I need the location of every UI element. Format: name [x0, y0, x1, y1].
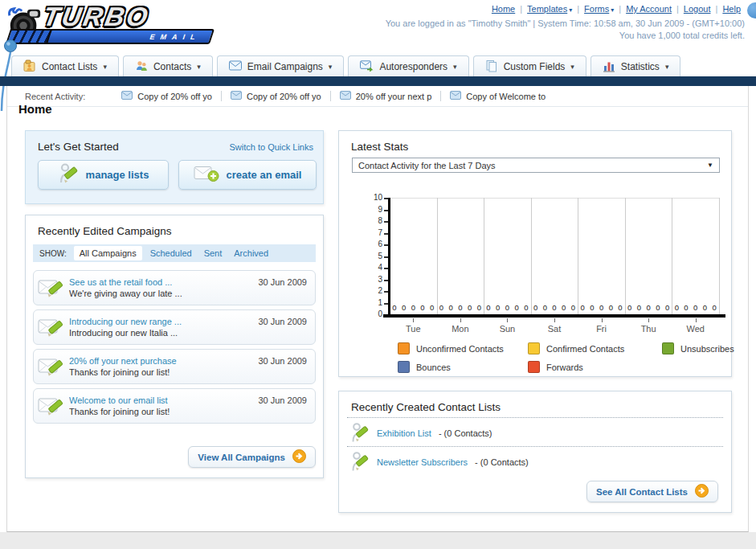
chevron-down-icon: ▾	[329, 63, 333, 71]
gridline	[578, 198, 578, 314]
tab-email-campaigns[interactable]: Email Campaigns▾	[217, 55, 345, 77]
header: TURBO EMAIL Home|Templates▾|Forms▾|My Ac…	[0, 0, 756, 55]
campaign-filter-sent[interactable]: Sent	[204, 248, 223, 258]
mail-small-icon	[450, 91, 461, 101]
legend-swatch	[528, 342, 540, 354]
show-label: SHOW:	[39, 249, 67, 258]
recent-activity-item-label: 20% off your next p	[356, 92, 432, 101]
y-axis-label: 3	[363, 275, 382, 284]
x-axis-tick	[460, 318, 461, 322]
header-link-forms[interactable]: Forms▾	[584, 4, 614, 14]
separator: |	[716, 4, 718, 14]
contact-list-item: Newsletter Subscribers - (0 Contacts)	[350, 453, 529, 472]
envelope-pencil-icon	[34, 277, 69, 299]
campaign-title-link[interactable]: Introducing our new range ...	[69, 317, 182, 326]
tab-statistics[interactable]: Statistics▾	[590, 55, 681, 77]
bar-value-label: 0	[513, 303, 521, 312]
gridline	[719, 198, 720, 314]
header-link-templates[interactable]: Templates▾	[527, 4, 572, 14]
gridline	[437, 198, 438, 314]
email-campaigns-icon	[229, 60, 242, 73]
legend-swatch	[662, 342, 674, 354]
envelope-pencil-icon	[34, 395, 69, 417]
campaign-row[interactable]: See us at the retail food ...We're givin…	[33, 270, 316, 305]
campaign-subtitle: Introducing our new Italia ...	[69, 328, 182, 338]
tab-contact-lists[interactable]: Contact Lists▾	[11, 55, 119, 77]
stats-period-value: Contact Activity for the Last 7 Days	[358, 161, 496, 170]
y-axis-label: 5	[363, 252, 382, 260]
bar-value-label: 0	[578, 303, 586, 312]
x-axis-label: Sat	[531, 324, 578, 334]
switch-quick-links-link[interactable]: Switch to Quick Links	[229, 142, 313, 152]
bar-value-label: 0	[484, 303, 492, 312]
view-all-campaigns-button[interactable]: View All Campaigns	[188, 446, 316, 468]
campaign-filter-scheduled[interactable]: Scheduled	[150, 248, 192, 258]
recent-campaigns-title: Recently Edited Campaigns	[38, 225, 172, 237]
tab-custom-fields[interactable]: Custom Fields▾	[473, 55, 586, 77]
campaign-date: 30 Jun 2009	[253, 271, 315, 287]
contact-list-link[interactable]: Exhibition List	[377, 428, 431, 438]
recent-activity-item[interactable]: Copy of 20% off yo	[221, 91, 330, 101]
campaign-list: See us at the retail food ...We're givin…	[33, 270, 316, 428]
recent-activity-item[interactable]: Copy of 20% off yo	[112, 91, 221, 101]
legend-item: Unsubscribes	[662, 342, 734, 354]
campaign-filter-all-campaigns[interactable]: All Campaigns	[74, 246, 142, 260]
tab-label: Contact Lists	[42, 61, 97, 72]
gridline	[531, 198, 532, 314]
campaign-row[interactable]: Introducing our new range ...Introducing…	[33, 309, 316, 345]
gridline	[484, 198, 484, 314]
header-link-help[interactable]: Help	[722, 4, 741, 14]
recent-activity-item[interactable]: Copy of Welcome to	[440, 91, 554, 101]
see-all-contact-lists-button[interactable]: See All Contact Lists	[586, 481, 718, 502]
legend-item: Unconfirmed Contacts	[398, 342, 528, 354]
bar-value-label: 0	[664, 303, 672, 312]
chevron-down-icon: ▾	[569, 6, 572, 14]
person-pencil-icon	[58, 162, 79, 187]
logo-email-bar: EMAIL	[46, 29, 215, 44]
stats-period-select[interactable]: Contact Activity for the Last 7 Days ▼	[352, 158, 720, 173]
recent-activity-label: Recent Activity:	[25, 92, 85, 101]
recent-activity-item-label: Copy of 20% off yo	[137, 92, 212, 101]
x-axis-label: Tue	[390, 324, 437, 334]
recent-activity-items: Copy of 20% off yoCopy of 20% off yo20% …	[112, 91, 554, 101]
y-axis-label: 9	[363, 205, 382, 214]
campaign-text: See us at the retail food ...We're givin…	[69, 277, 182, 298]
campaign-filter-archived[interactable]: Archived	[234, 248, 268, 258]
x-axis-label: Mon	[437, 324, 484, 334]
bar-value-label: 0	[437, 303, 445, 312]
recent-activity-item[interactable]: 20% off your next p	[330, 91, 441, 101]
contact-list-link[interactable]: Newsletter Subscribers	[377, 457, 468, 467]
header-link-home[interactable]: Home	[492, 4, 515, 14]
contact-list-item: Exhibition List - (0 Contacts)	[350, 424, 492, 443]
create-email-button[interactable]: create an email	[178, 160, 317, 190]
campaign-row[interactable]: 20% off your next purchaseThanks for joi…	[33, 349, 316, 384]
header-link-logout[interactable]: Logout	[684, 4, 711, 14]
chevron-down-icon: ▾	[570, 63, 574, 71]
bar-value-label: 0	[466, 303, 474, 312]
x-axis-label: Sun	[484, 324, 531, 334]
bar-value-label: 0	[409, 303, 417, 312]
mail-small-icon	[231, 91, 242, 101]
legend-swatch	[398, 361, 410, 373]
logo-word-email: EMAIL	[149, 33, 202, 41]
campaign-title-link[interactable]: 20% off your next purchase	[69, 356, 177, 366]
gridline	[390, 198, 719, 199]
y-axis-label: 10	[363, 193, 382, 202]
manage-lists-button[interactable]: manage lists	[38, 160, 169, 190]
campaign-date: 30 Jun 2009	[253, 350, 315, 366]
header-link-my-account[interactable]: My Account	[626, 4, 672, 14]
bar-value-label: 0	[550, 303, 558, 312]
bar-value-label: 0	[541, 303, 549, 312]
campaign-row[interactable]: Welcome to our email listThanks for join…	[33, 388, 316, 424]
campaign-title-link[interactable]: Welcome to our email list	[69, 395, 170, 405]
campaign-filter-bar: SHOW: All CampaignsScheduledSentArchived	[33, 244, 316, 262]
tab-contacts[interactable]: Contacts▾	[123, 55, 213, 77]
dotted-divider	[347, 417, 723, 418]
arrow-circle-icon	[292, 449, 306, 465]
tab-autoresponders[interactable]: Autoresponders▾	[348, 55, 468, 77]
chart-legend: Unconfirmed ContactsConfirmed ContactsUn…	[398, 342, 734, 373]
mail-small-icon	[121, 91, 133, 101]
separator: |	[520, 4, 522, 14]
y-axis-label: 4	[363, 263, 382, 272]
campaign-title-link[interactable]: See us at the retail food ...	[69, 277, 182, 287]
